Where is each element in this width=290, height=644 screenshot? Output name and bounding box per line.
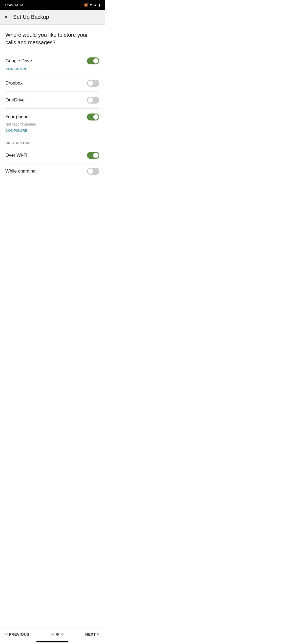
app-bar: × Set Up Backup xyxy=(0,10,105,25)
dropbox-toggle[interactable] xyxy=(87,80,99,87)
your-phone-label: Your phone xyxy=(5,114,28,120)
while-charging-toggle[interactable] xyxy=(87,168,99,175)
status-bar: 17:45 M M 🔕 ▾ ▲ ▮ xyxy=(0,0,105,10)
storage-item-your-phone: Your phone Not recommended CONFIGURE xyxy=(5,109,99,136)
your-phone-toggle[interactable] xyxy=(87,114,99,120)
your-phone-sublabel: Not recommended xyxy=(5,122,99,126)
only-upload-label: ONLY UPLOAD xyxy=(5,141,99,145)
signal-icon: ▲ xyxy=(93,3,97,7)
mute-icon: 🔕 xyxy=(84,3,88,7)
google-drive-toggle[interactable] xyxy=(87,57,99,64)
status-icon-m1: M xyxy=(15,3,18,7)
status-time: 17:45 xyxy=(4,3,13,7)
close-button[interactable]: × xyxy=(4,14,8,21)
google-drive-configure[interactable]: CONFIGURE xyxy=(5,67,28,71)
storage-item-onedrive: OneDrive xyxy=(5,92,99,109)
storage-item-google-drive: Google Drive CONFIGURE xyxy=(5,53,99,75)
google-drive-label: Google Drive xyxy=(5,58,32,64)
app-bar-title: Set Up Backup xyxy=(13,14,49,20)
status-bar-left: 17:45 M M xyxy=(4,3,23,7)
battery-icon: ▮ xyxy=(99,3,100,7)
upload-item-charging: While charging xyxy=(5,163,99,179)
storage-item-dropbox: Dropbox xyxy=(5,75,99,92)
wifi-icon: ▾ xyxy=(90,3,92,7)
onedrive-label: OneDrive xyxy=(5,97,25,103)
onedrive-toggle[interactable] xyxy=(87,97,99,104)
while-charging-label: While charging xyxy=(5,169,35,174)
only-upload-section: ONLY UPLOAD Over Wi-Fi While charging xyxy=(5,141,99,179)
over-wifi-label: Over Wi-Fi xyxy=(5,153,27,158)
your-phone-configure[interactable]: CONFIGURE xyxy=(5,129,28,133)
page-question: Where would you like to store your calls… xyxy=(5,31,99,46)
over-wifi-toggle[interactable] xyxy=(87,152,99,159)
status-bar-right: 🔕 ▾ ▲ ▮ xyxy=(84,3,100,7)
main-content: Where would you like to store your calls… xyxy=(0,25,105,179)
dropbox-label: Dropbox xyxy=(5,80,23,86)
upload-item-wifi: Over Wi-Fi xyxy=(5,148,99,163)
status-icon-m2: M xyxy=(20,3,23,7)
